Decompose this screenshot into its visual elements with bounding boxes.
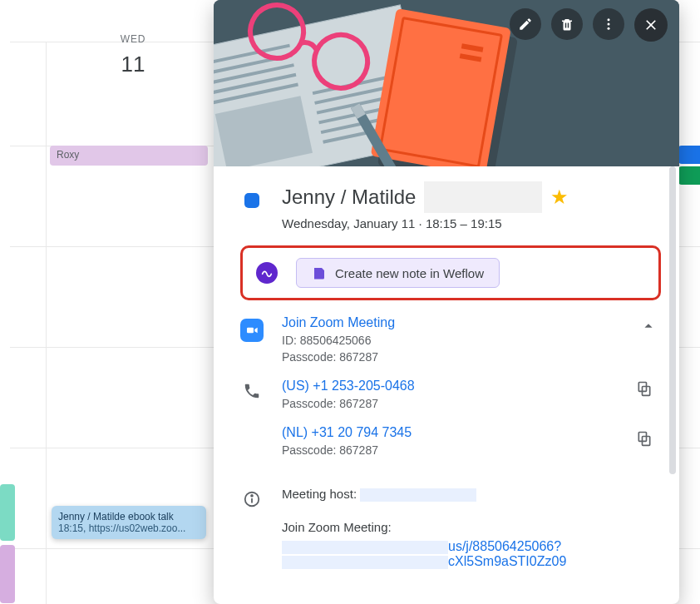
event-title-text: Jenny / Matilde bbox=[282, 186, 416, 209]
join-url[interactable]: us/j/88506425066? cXl5Sm9aSTI0Zz09 bbox=[282, 539, 661, 569]
side-tab-green[interactable] bbox=[678, 166, 700, 185]
phone-nl-passcode: Passcode: 867287 bbox=[282, 443, 618, 457]
event-chip-meeting[interactable]: Jenny / Matilde ebook talk 18:15, https:… bbox=[52, 506, 206, 539]
event-block-green[interactable] bbox=[0, 484, 15, 541]
weflow-section: Create new note in Weflow bbox=[240, 245, 661, 300]
zoom-passcode: Passcode: 867287 bbox=[282, 350, 618, 364]
phone-us-passcode: Passcode: 867287 bbox=[282, 397, 618, 410]
svg-rect-32 bbox=[247, 328, 254, 334]
phone-icon bbox=[243, 382, 261, 400]
redacted-host bbox=[360, 488, 476, 502]
chevron-up-icon[interactable] bbox=[639, 317, 658, 335]
event-detail-popover: Jenny / Matilde ★ Wednesday, January 11 … bbox=[214, 0, 679, 604]
redacted-title-part bbox=[424, 181, 542, 213]
zoom-id: ID: 88506425066 bbox=[282, 334, 618, 347]
url-part-2: cXl5Sm9aSTI0Zz09 bbox=[448, 554, 566, 568]
delete-button[interactable] bbox=[551, 8, 583, 40]
event-chip-title: Jenny / Matilde ebook talk bbox=[58, 511, 200, 522]
zoom-icon bbox=[240, 319, 264, 342]
pencil-icon bbox=[518, 17, 533, 32]
side-tabs bbox=[678, 146, 700, 185]
event-title: Jenny / Matilde ★ bbox=[282, 181, 661, 213]
event-color-indicator bbox=[244, 193, 259, 208]
note-icon bbox=[312, 265, 327, 280]
side-tab-blue[interactable] bbox=[678, 146, 700, 164]
redacted-url bbox=[282, 541, 448, 554]
day-number: 11 bbox=[50, 52, 216, 77]
join-zoom-link[interactable]: Join Zoom Meeting bbox=[282, 315, 618, 330]
url-part-1: us/j/88506425066? bbox=[448, 539, 561, 553]
svg-point-39 bbox=[251, 495, 253, 497]
popover-header-image bbox=[214, 0, 679, 166]
event-chip-subtitle: 18:15, https://us02web.zoo... bbox=[58, 522, 200, 534]
event-datetime: Wednesday, January 11 · 18:15 – 19:15 bbox=[282, 216, 661, 230]
popover-body: Jenny / Matilde ★ Wednesday, January 11 … bbox=[214, 166, 679, 604]
phone-us: (US) +1 253-205-0468 Passcode: 867287 bbox=[282, 379, 618, 410]
kebab-icon bbox=[601, 17, 616, 32]
info-icon bbox=[243, 490, 261, 508]
copy-phone-us-button[interactable] bbox=[636, 380, 653, 397]
join-url-label: Join Zoom Meeting: bbox=[282, 520, 661, 534]
weflow-icon bbox=[256, 262, 278, 284]
popover-actions bbox=[510, 8, 668, 42]
event-title-row: Jenny / Matilde ★ Wednesday, January 11 … bbox=[240, 181, 661, 230]
day-header[interactable]: WED 11 bbox=[50, 33, 216, 77]
copy-phone-nl-button[interactable] bbox=[636, 430, 653, 447]
edit-button[interactable] bbox=[510, 8, 541, 40]
weflow-button-label: Create new note in Weflow bbox=[335, 266, 484, 280]
phone-nl: (NL) +31 20 794 7345 Passcode: 867287 bbox=[282, 425, 618, 457]
svg-point-29 bbox=[608, 18, 610, 21]
star-icon[interactable]: ★ bbox=[550, 186, 569, 209]
phone-section: (US) +1 253-205-0468 Passcode: 867287 (N… bbox=[240, 379, 661, 472]
zoom-section: Join Zoom Meeting ID: 88506425066 Passco… bbox=[240, 315, 661, 364]
more-options-button[interactable] bbox=[593, 8, 624, 40]
day-of-week: WED bbox=[50, 33, 216, 45]
svg-point-30 bbox=[608, 23, 610, 26]
close-icon bbox=[643, 17, 659, 33]
create-weflow-note-button[interactable]: Create new note in Weflow bbox=[296, 258, 500, 288]
event-block-purple[interactable] bbox=[0, 545, 15, 603]
event-roxy[interactable]: Roxy bbox=[50, 146, 208, 166]
meeting-details-section: Meeting host: Join Zoom Meeting: us/j/88… bbox=[240, 487, 661, 569]
redacted-url-2 bbox=[282, 556, 448, 569]
phone-nl-number[interactable]: (NL) +31 20 794 7345 bbox=[282, 425, 618, 440]
phone-us-number[interactable]: (US) +1 253-205-0468 bbox=[282, 379, 618, 394]
svg-point-31 bbox=[608, 27, 610, 30]
trash-icon bbox=[560, 17, 574, 32]
close-button[interactable] bbox=[634, 8, 668, 42]
meeting-host: Meeting host: bbox=[282, 487, 661, 502]
